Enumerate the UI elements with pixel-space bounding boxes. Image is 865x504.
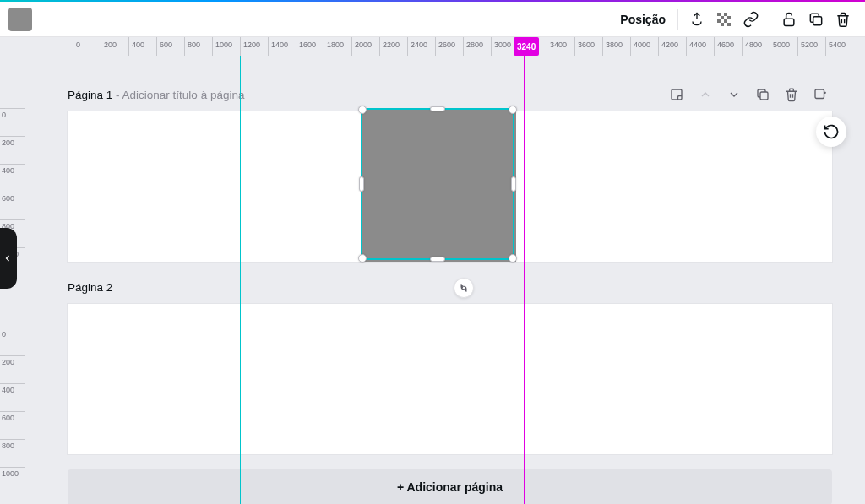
ruler-tick: 600 bbox=[0, 411, 25, 412]
ruler-tick: 1000 bbox=[212, 37, 213, 56]
position-button[interactable]: Posição bbox=[613, 13, 672, 26]
ruler-tick: 4200 bbox=[658, 37, 659, 56]
link-button[interactable] bbox=[737, 6, 764, 33]
ruler-tick: 5000 bbox=[770, 37, 770, 56]
delete-button[interactable] bbox=[830, 6, 857, 33]
ruler-tick: 3000 bbox=[491, 37, 492, 56]
page-duplicate-button[interactable] bbox=[751, 83, 775, 106]
ruler-tick: 0 bbox=[73, 37, 73, 56]
ruler-position-marker[interactable]: 3240 bbox=[514, 37, 539, 56]
guide-line-vertical[interactable] bbox=[240, 56, 241, 504]
reset-rotation-button[interactable] bbox=[816, 117, 846, 147]
svg-rect-10 bbox=[672, 89, 682, 100]
page-move-up-button bbox=[694, 83, 717, 106]
ruler-tick: 2600 bbox=[435, 37, 436, 56]
ruler-horizontal[interactable]: 0200400600800100012001400160018002000220… bbox=[25, 37, 853, 56]
svg-rect-5 bbox=[724, 19, 727, 23]
ruler-tick: 3400 bbox=[547, 37, 547, 56]
ruler-tick: 0 bbox=[0, 328, 25, 328]
ruler-tick: 200 bbox=[0, 136, 25, 137]
ruler-tick: 400 bbox=[0, 164, 25, 165]
add-page-button[interactable]: + Adicionar página bbox=[68, 469, 832, 504]
ruler-tick: 4000 bbox=[630, 37, 631, 56]
selected-rectangle[interactable] bbox=[362, 110, 516, 262]
page-2-label: Página 2 bbox=[68, 281, 112, 294]
page-notes-button[interactable] bbox=[665, 83, 688, 106]
ruler-tick: 600 bbox=[156, 37, 157, 56]
ruler-tick: 5200 bbox=[797, 37, 798, 56]
transparency-button[interactable] bbox=[710, 6, 737, 33]
page-1-block: Página 1 - Adicionar título à página bbox=[68, 84, 832, 262]
ruler-tick: 5400 bbox=[825, 37, 826, 56]
page-2-block: Página 2 bbox=[68, 277, 832, 454]
page-1-canvas[interactable] bbox=[68, 111, 832, 262]
ruler-tick: 3600 bbox=[574, 37, 575, 56]
ruler-tick: 600 bbox=[0, 192, 25, 192]
ruler-tick: 4600 bbox=[714, 37, 715, 56]
svg-rect-9 bbox=[813, 16, 822, 24]
ruler-tick: 1800 bbox=[324, 37, 324, 56]
ruler-tick: 800 bbox=[0, 219, 25, 220]
lock-button[interactable] bbox=[775, 6, 802, 33]
svg-rect-4 bbox=[717, 19, 721, 23]
svg-rect-8 bbox=[784, 19, 794, 25]
ruler-tick: 400 bbox=[0, 383, 25, 384]
duplicate-button[interactable] bbox=[802, 6, 830, 33]
page-1-title[interactable]: Página 1 - Adicionar título à página bbox=[68, 89, 244, 101]
ruler-tick: 200 bbox=[101, 37, 101, 56]
page-add-button[interactable] bbox=[808, 83, 832, 106]
svg-rect-11 bbox=[760, 92, 768, 100]
ruler-tick: 2800 bbox=[463, 37, 464, 56]
svg-rect-7 bbox=[727, 23, 731, 26]
separator bbox=[770, 9, 770, 30]
svg-rect-2 bbox=[721, 16, 724, 19]
canvas-area[interactable]: Página 1 - Adicionar título à página bbox=[25, 56, 853, 504]
svg-rect-12 bbox=[815, 89, 824, 99]
ruler-tick: 2400 bbox=[407, 37, 408, 56]
svg-rect-6 bbox=[721, 23, 724, 26]
ruler-tick: 4800 bbox=[742, 37, 743, 56]
ruler-tick: 1000 bbox=[0, 467, 25, 468]
swap-pages-button[interactable] bbox=[454, 278, 474, 298]
ruler-position-guideline[interactable] bbox=[524, 56, 525, 504]
ruler-tick: 800 bbox=[184, 37, 185, 56]
page-2-header: Página 2 bbox=[68, 277, 832, 297]
svg-rect-0 bbox=[717, 13, 721, 16]
page-1-label: Página 1 bbox=[68, 89, 112, 101]
ruler-tick: 2200 bbox=[379, 37, 380, 56]
ruler-tick: 200 bbox=[0, 355, 25, 356]
separator bbox=[677, 9, 678, 30]
copy-style-button[interactable] bbox=[683, 6, 710, 33]
ruler-tick: 2000 bbox=[351, 37, 352, 56]
svg-rect-3 bbox=[727, 16, 731, 19]
ruler-tick: 1200 bbox=[240, 37, 241, 56]
svg-rect-1 bbox=[724, 13, 727, 16]
page-1-title-prompt-text: Adicionar título à página bbox=[122, 89, 245, 101]
page-2-canvas[interactable] bbox=[68, 304, 832, 454]
page-1-actions bbox=[665, 83, 832, 106]
ruler-tick: 1600 bbox=[296, 37, 296, 56]
ruler-tick: 800 bbox=[0, 439, 25, 440]
page-2-title[interactable]: Página 2 bbox=[68, 281, 112, 294]
ruler-tick: 1400 bbox=[268, 37, 269, 56]
fill-color-swatch[interactable] bbox=[8, 8, 32, 31]
page-1-header: Página 1 - Adicionar título à página bbox=[68, 84, 832, 105]
page-1-title-prompt: - bbox=[116, 89, 122, 101]
context-toolbar: Posição bbox=[0, 2, 865, 37]
ruler-tick: 400 bbox=[128, 37, 129, 56]
page-delete-button[interactable] bbox=[780, 83, 803, 106]
page-move-down-button[interactable] bbox=[722, 83, 746, 106]
ruler-tick: 0 bbox=[0, 108, 25, 109]
ruler-tick: 4400 bbox=[686, 37, 687, 56]
expand-panel-tab[interactable] bbox=[0, 228, 17, 289]
ruler-tick: 3800 bbox=[602, 37, 603, 56]
